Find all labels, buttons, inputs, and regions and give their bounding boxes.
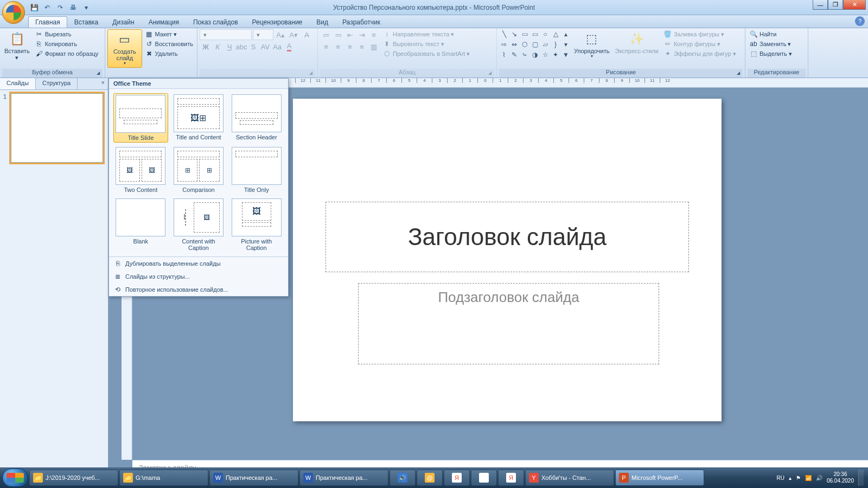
taskbar-item[interactable]: 📁G:\mama xyxy=(119,470,208,486)
lang-indicator[interactable]: RU xyxy=(776,475,784,481)
quick-styles-button[interactable]: ✨Экспресс-стили xyxy=(612,29,660,55)
taskbar-item[interactable]: YХобби'ты - Стан... xyxy=(525,470,614,486)
shape-callout-icon[interactable]: ◑ xyxy=(530,50,540,60)
shapes-gallery[interactable]: ╲↘▭▭○△▴ ⇨⇔⬡▢▱}▾ ⌇✎⤷◑☆✦▼ xyxy=(499,29,571,60)
flag-icon[interactable]: ⚑ xyxy=(796,475,801,481)
font-size-select[interactable]: ▾ xyxy=(253,29,273,40)
line-spacing-icon[interactable]: ≡ xyxy=(368,29,380,40)
shape-dbl-icon[interactable]: ⇔ xyxy=(509,40,519,49)
select-button[interactable]: ⬚Выделить ▾ xyxy=(748,49,794,59)
panel-close-icon[interactable]: × xyxy=(98,78,108,89)
dialog-launcher-icon[interactable]: ◢ xyxy=(95,70,101,77)
sound-icon[interactable]: 🔊 xyxy=(816,475,822,481)
taskbar-item[interactable]: WПрактическая ра... xyxy=(209,470,298,486)
find-button[interactable]: 🔍Найти xyxy=(748,29,794,39)
paste-button[interactable]: 📋 Вставить▾ xyxy=(2,29,32,62)
shape-line-icon[interactable]: ╲ xyxy=(499,29,509,39)
smartart-button[interactable]: ⬡Преобразовать в SmartArt ▾ xyxy=(381,49,471,59)
maximize-button[interactable]: ❐ xyxy=(828,0,843,10)
minimize-button[interactable]: — xyxy=(813,0,828,10)
tab-animation[interactable]: Анимация xyxy=(142,16,186,28)
shape-effects-button[interactable]: ✦Эффекты для фигур ▾ xyxy=(662,49,738,59)
tab-home[interactable]: Главная xyxy=(28,16,67,28)
gallery-more-icon[interactable]: ▼ xyxy=(561,50,571,60)
undo-icon[interactable]: ↶ xyxy=(41,2,53,13)
taskbar-item[interactable]: PMicrosoft PowerP... xyxy=(615,470,704,486)
align-center-icon[interactable]: ≡ xyxy=(332,41,344,52)
redo-icon[interactable]: ↷ xyxy=(54,2,66,13)
slides-from-outline-item[interactable]: ≣Слайды из структуры... xyxy=(109,270,288,283)
arrange-button[interactable]: ⬚Упорядочить▾ xyxy=(572,29,611,60)
align-right-icon[interactable]: ≡ xyxy=(344,41,356,52)
tab-review[interactable]: Рецензирование xyxy=(245,16,310,28)
qat-customize-icon[interactable]: ▾ xyxy=(80,2,92,13)
columns-icon[interactable]: ▥ xyxy=(368,41,380,52)
format-painter-button[interactable]: 🖌Формат по образцу xyxy=(33,49,100,59)
shape-star2-icon[interactable]: ✦ xyxy=(551,50,560,60)
tab-insert[interactable]: Вставка xyxy=(67,16,106,28)
grow-font-icon[interactable]: A▴ xyxy=(275,29,286,40)
font-color-icon[interactable]: A xyxy=(283,41,295,52)
clock[interactable]: 20:3606.04.2020 xyxy=(827,471,854,484)
bold-icon[interactable]: Ж xyxy=(200,41,212,52)
taskbar-item[interactable]: 🔊 xyxy=(390,470,416,486)
layout-title-only[interactable]: Title Only xyxy=(229,146,284,194)
dialog-launcher-icon[interactable]: ◢ xyxy=(487,70,493,77)
subtitle-placeholder[interactable]: Подзаголовок слайда xyxy=(358,283,659,364)
underline-icon[interactable]: Ч xyxy=(224,41,235,52)
gallery-up-icon[interactable]: ▴ xyxy=(561,29,571,39)
panel-tab-outline[interactable]: Структура xyxy=(36,78,78,89)
save-icon[interactable]: 💾 xyxy=(28,2,40,13)
show-desktop-button[interactable] xyxy=(858,470,864,486)
align-text-button[interactable]: ⬍Выровнять текст ▾ xyxy=(381,39,471,49)
shape-oval-icon[interactable]: ○ xyxy=(540,29,550,39)
panel-tab-slides[interactable]: Слайды xyxy=(0,78,36,89)
slide-thumbnail[interactable]: 1 xyxy=(3,93,105,163)
layout-two-content[interactable]: 🖼🖼 Two Content xyxy=(113,146,168,194)
dialog-launcher-icon[interactable]: ◢ xyxy=(308,70,314,77)
shape-outline-button[interactable]: ✏Контур фигуры ▾ xyxy=(662,39,738,49)
clear-format-icon[interactable]: A̶ xyxy=(301,29,312,40)
cut-button[interactable]: ✂Вырезать xyxy=(33,29,100,39)
tab-design[interactable]: Дизайн xyxy=(105,16,141,28)
duplicate-slides-item[interactable]: ⎘Дублировать выделенные слайды xyxy=(109,257,288,270)
taskbar-item[interactable]: WПрактическая ра... xyxy=(299,470,388,486)
shape-para-icon[interactable]: ▱ xyxy=(540,40,550,49)
layout-title-slide[interactable]: Title Slide xyxy=(113,93,168,143)
layout-button[interactable]: ▦Макет ▾ xyxy=(143,29,195,39)
shape-hex-icon[interactable]: ⬡ xyxy=(520,40,529,49)
shrink-font-icon[interactable]: A▾ xyxy=(288,29,299,40)
shape-arrow-icon[interactable]: ↘ xyxy=(509,29,519,39)
reset-button[interactable]: ↺Восстановить xyxy=(143,39,195,49)
align-left-icon[interactable]: ≡ xyxy=(320,41,332,52)
shape-arrow2-icon[interactable]: ⇨ xyxy=(499,40,509,49)
taskbar-item[interactable]: 📁J:\2019-2020 учеб... xyxy=(29,470,118,486)
dialog-launcher-icon[interactable]: ◢ xyxy=(735,70,742,77)
start-button[interactable] xyxy=(2,468,28,487)
taskbar-item[interactable]: Я xyxy=(498,470,524,486)
slide-canvas[interactable]: Заголовок слайда Подзаголовок слайда xyxy=(293,99,722,421)
layout-comparison[interactable]: ⊞⊞ Comparison xyxy=(171,146,226,194)
network-icon[interactable]: 📶 xyxy=(805,475,812,481)
taskbar-item[interactable]: ◉ xyxy=(471,470,497,486)
gallery-down-icon[interactable]: ▾ xyxy=(561,40,571,49)
tab-developer[interactable]: Разработчик xyxy=(335,16,387,28)
shape-rect2-icon[interactable]: ▭ xyxy=(530,29,540,39)
shape-conn-icon[interactable]: ⤷ xyxy=(520,50,529,60)
new-slide-button[interactable]: ▭ Создать слайд▾ xyxy=(107,29,142,68)
shape-tri-icon[interactable]: △ xyxy=(551,29,560,39)
numbering-icon[interactable]: ≕ xyxy=(332,29,344,40)
indent-inc-icon[interactable]: ⇥ xyxy=(356,29,368,40)
close-button[interactable]: ✕ xyxy=(843,0,866,10)
layout-blank[interactable]: Blank xyxy=(113,197,168,252)
help-icon[interactable]: ? xyxy=(855,16,865,26)
tab-slideshow[interactable]: Показ слайдов xyxy=(186,16,245,28)
shape-rnd-icon[interactable]: ▢ xyxy=(530,40,540,49)
font-family-select[interactable]: ▾ xyxy=(200,29,252,40)
shape-curve-icon[interactable]: ⌇ xyxy=(499,50,509,60)
tray-chevron-icon[interactable]: ▴ xyxy=(789,475,792,481)
title-placeholder[interactable]: Заголовок слайда xyxy=(326,202,689,272)
text-direction-button[interactable]: ↕Направление текста ▾ xyxy=(381,29,471,39)
layout-content-caption[interactable]: 🖼 Content with Caption xyxy=(171,197,226,252)
taskbar-item[interactable]: Я xyxy=(444,470,470,486)
